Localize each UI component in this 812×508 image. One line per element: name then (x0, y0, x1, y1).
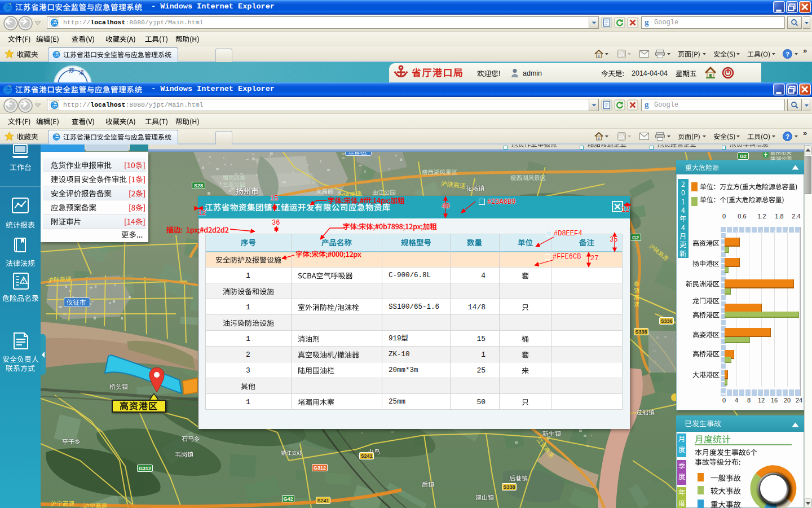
svg-text:港: 港 (79, 69, 85, 76)
svg-text:苏: 苏 (68, 67, 74, 73)
svg-text:?: ? (785, 133, 789, 140)
svg-text:?: ? (785, 51, 789, 58)
